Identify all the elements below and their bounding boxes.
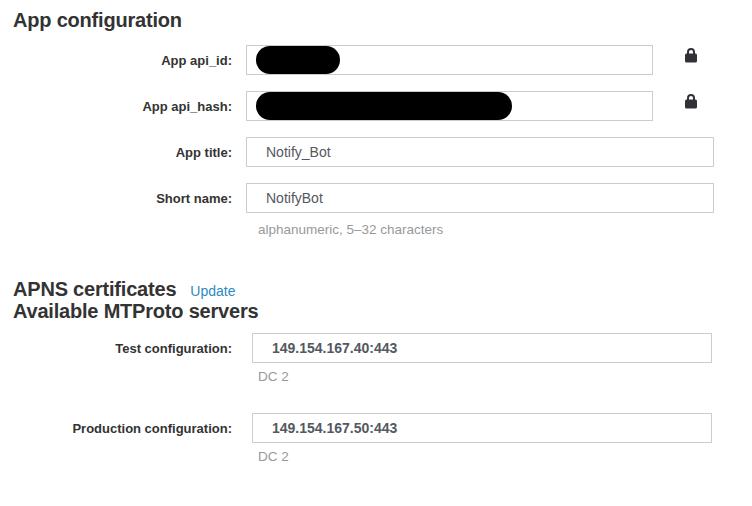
app-title-label: App title:	[13, 145, 232, 160]
app-configuration-form: App api_id: App api_hash: App title:	[13, 45, 752, 238]
test-configuration-input[interactable]	[252, 333, 712, 363]
test-configuration-label: Test configuration:	[13, 341, 232, 356]
api-id-label: App api_id:	[13, 53, 232, 68]
production-configuration-label: Production configuration:	[13, 421, 232, 436]
short-name-helper-text: alphanumeric, 5–32 characters	[258, 222, 752, 238]
short-name-input-wrap	[246, 183, 714, 213]
section-title-app-configuration: App configuration	[13, 9, 752, 31]
form-row-test-configuration: Test configuration:	[13, 333, 752, 363]
short-name-input[interactable]	[246, 183, 714, 213]
mtproto-servers-form: Test configuration: DC 2 Production conf…	[13, 333, 752, 465]
api-id-input-wrap	[246, 45, 653, 75]
app-configuration-page: App configuration App api_id: App api_ha…	[0, 0, 752, 506]
lock-icon	[684, 47, 698, 63]
apns-update-link[interactable]: Update	[190, 283, 235, 299]
lock-icon	[684, 93, 698, 109]
api-hash-redaction-blob	[256, 92, 512, 120]
form-row-app-title: App title:	[13, 137, 752, 167]
app-title-input[interactable]	[246, 137, 714, 167]
api-hash-input-wrap	[246, 91, 653, 121]
production-configuration-dc-text: DC 2	[258, 449, 752, 465]
section-title-mtproto-servers: Available MTProto servers	[13, 300, 752, 322]
form-row-production-configuration: Production configuration:	[13, 413, 752, 443]
short-name-label: Short name:	[13, 191, 232, 206]
form-row-short-name: Short name:	[13, 183, 752, 213]
apns-certificates-header: APNS certificates Update	[13, 278, 752, 300]
production-configuration-input-wrap	[252, 413, 712, 443]
test-configuration-input-wrap	[252, 333, 712, 363]
production-configuration-input[interactable]	[252, 413, 712, 443]
form-row-api-id: App api_id:	[13, 45, 752, 75]
api-hash-label: App api_hash:	[13, 99, 232, 114]
api-id-redaction-blob	[256, 46, 340, 74]
app-title-input-wrap	[246, 137, 714, 167]
section-title-apns-certificates: APNS certificates	[13, 278, 176, 300]
form-row-api-hash: App api_hash:	[13, 91, 752, 121]
test-configuration-dc-text: DC 2	[258, 369, 752, 385]
